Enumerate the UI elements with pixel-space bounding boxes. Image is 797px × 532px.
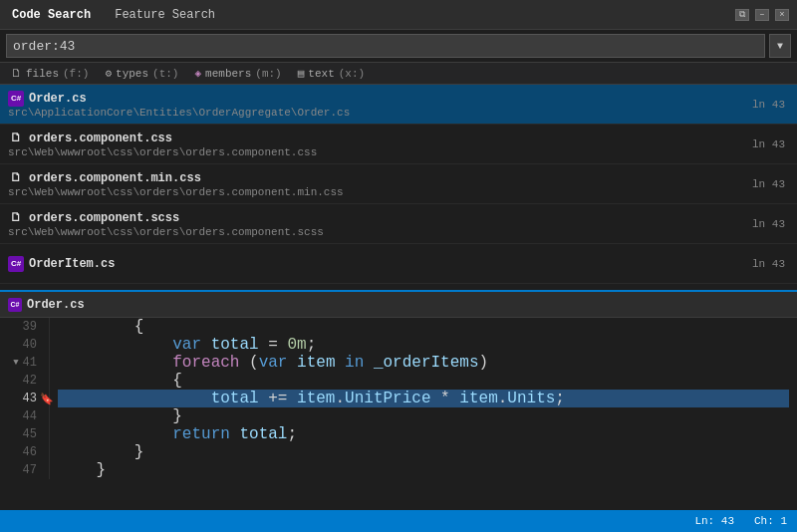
- result-line-count: ln 43: [740, 85, 797, 124]
- text-label: text: [308, 68, 334, 80]
- tab-code-search[interactable]: Code Search: [8, 8, 95, 22]
- result-item-left: 🗋 orders.component.min.css src\Web\wwwro…: [0, 164, 740, 203]
- members-icon: ◈: [194, 67, 201, 80]
- line-num-44: 44: [8, 407, 41, 425]
- cs-icon: C#: [8, 91, 24, 107]
- code-pane-body[interactable]: 39 40 ▼41 42 43 44 45 46 47 {: [0, 318, 797, 510]
- line-num-40: 40: [8, 336, 41, 354]
- result-item-left: C# Order.cs src\ApplicationCore\Entities…: [0, 85, 740, 124]
- filter-tabs: 🗋 files (f:) ⚙ types (t:) ◈ members (m:)…: [0, 63, 797, 85]
- code-line-45: return total;: [58, 425, 789, 443]
- search-input[interactable]: [6, 34, 765, 58]
- status-ch: Ch: 1: [754, 515, 787, 527]
- search-bar: ▼: [0, 30, 797, 63]
- line-num-43: 43: [8, 390, 41, 407]
- code-pane-title: Order.cs: [27, 298, 85, 312]
- restore-button[interactable]: ⧉: [735, 9, 749, 21]
- result-line-count: ln 43: [740, 244, 797, 283]
- filter-tab-types[interactable]: ⚙ types (t:): [102, 66, 181, 81]
- css-file-icon: 🗋: [8, 131, 24, 146]
- filter-tab-text[interactable]: ▤ text (x:): [295, 66, 368, 81]
- result-item-left: C# OrderItem.cs: [0, 244, 740, 283]
- text-icon: ▤: [298, 67, 305, 80]
- code-line-40: var total = 0m;: [58, 336, 789, 354]
- result-path: src\Web\wwwroot\css\orders\orders.compon…: [8, 186, 732, 198]
- result-line-count: ln 43: [740, 125, 797, 163]
- result-path: src\Web\wwwroot\css\orders\orders.compon…: [8, 146, 732, 158]
- filter-tab-files[interactable]: 🗋 files (f:): [8, 66, 92, 81]
- result-item[interactable]: 🗋 orders.component.css src\Web\wwwroot\c…: [0, 125, 797, 164]
- file-icon: 🗋: [11, 67, 22, 80]
- cs-icon-header: C#: [8, 298, 22, 312]
- result-item-left: 🗋 orders.component.scss src\Web\wwwroot\…: [0, 204, 740, 243]
- code-line-47: }: [58, 461, 789, 479]
- line-num-46: 46: [8, 443, 41, 461]
- result-path: src\Web\wwwroot\css\orders\orders.compon…: [8, 226, 732, 238]
- title-bar-controls: ⧉ – ×: [735, 9, 789, 21]
- text-shortcut: (x:): [339, 68, 365, 80]
- result-path: src\ApplicationCore\Entities\OrderAggreg…: [8, 107, 732, 119]
- types-label: types: [116, 68, 148, 80]
- result-item[interactable]: C# Order.cs src\ApplicationCore\Entities…: [0, 85, 797, 125]
- result-item[interactable]: C# OrderItem.cs ln 43: [0, 244, 797, 284]
- members-shortcut: (m:): [255, 68, 281, 80]
- fold-arrow-41[interactable]: ▼: [13, 358, 18, 368]
- line-num-45: 45: [8, 425, 41, 443]
- line-num-41: ▼41: [8, 354, 41, 372]
- code-line-43: 🔖 total += item.UnitPrice * item.Units;: [58, 390, 789, 407]
- code-line-42: {: [58, 372, 789, 390]
- status-bar: Ln: 43 Ch: 1: [0, 510, 797, 532]
- search-dropdown-button[interactable]: ▼: [769, 34, 791, 58]
- filter-tab-members[interactable]: ◈ members (m:): [191, 66, 284, 81]
- line-num-42: 42: [8, 372, 41, 390]
- code-content: 39 40 ▼41 42 43 44 45 46 47 {: [0, 318, 797, 479]
- result-filename: 🗋 orders.component.min.css: [8, 170, 732, 186]
- result-filename: 🗋 orders.component.scss: [8, 210, 732, 226]
- result-filename: 🗋 orders.component.css: [8, 131, 732, 146]
- files-label: files: [26, 68, 59, 80]
- code-line-39: {: [58, 318, 789, 336]
- status-ln: Ln: 43: [694, 515, 734, 527]
- pin-button[interactable]: –: [755, 9, 769, 21]
- css-file-icon: 🗋: [8, 210, 24, 226]
- results-pane[interactable]: C# Order.cs src\ApplicationCore\Entities…: [0, 85, 797, 292]
- code-section: C# Order.cs 39 40 ▼41 42 43 44 45 46 47: [0, 292, 797, 510]
- result-line-count: ln 43: [740, 204, 797, 243]
- close-button[interactable]: ×: [775, 9, 789, 21]
- title-bar-left: Code Search Feature Search: [8, 8, 219, 22]
- result-filename: C# Order.cs: [8, 91, 732, 107]
- types-shortcut: (t:): [152, 68, 178, 80]
- line-num-39: 39: [8, 318, 41, 336]
- code-lines: { var total = 0m; foreach (var item in _…: [50, 318, 797, 479]
- types-icon: ⚙: [105, 67, 112, 80]
- css-file-icon: 🗋: [8, 170, 24, 186]
- result-filename: C# OrderItem.cs: [8, 256, 732, 272]
- line-num-47: 47: [8, 461, 41, 479]
- code-pane-header: C# Order.cs: [0, 292, 797, 318]
- bookmark-icon: 🔖: [40, 393, 54, 405]
- result-line-count: ln 43: [740, 164, 797, 203]
- main-container: Code Search Feature Search ⧉ – × ▼ 🗋 fil…: [0, 0, 797, 532]
- cs-icon: C#: [8, 256, 24, 272]
- result-item[interactable]: 🗋 orders.component.scss src\Web\wwwroot\…: [0, 204, 797, 244]
- code-line-41: foreach (var item in _orderItems): [58, 354, 789, 372]
- title-bar: Code Search Feature Search ⧉ – ×: [0, 0, 797, 30]
- result-item[interactable]: 🗋 orders.component.min.css src\Web\wwwro…: [0, 164, 797, 204]
- code-line-46: }: [58, 443, 789, 461]
- members-label: members: [205, 68, 251, 80]
- tab-feature-search[interactable]: Feature Search: [111, 8, 219, 22]
- files-shortcut: (f:): [63, 68, 89, 80]
- result-item-left: 🗋 orders.component.css src\Web\wwwroot\c…: [0, 125, 740, 163]
- code-line-44: }: [58, 407, 789, 425]
